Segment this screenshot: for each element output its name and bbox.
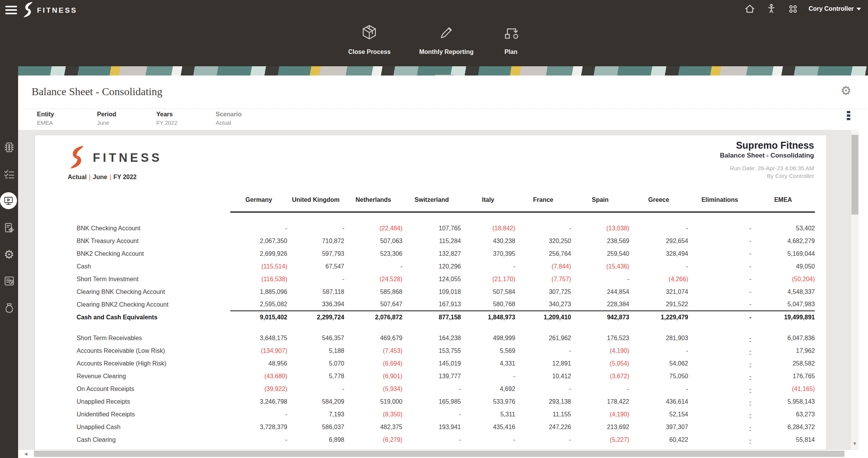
data-cell[interactable]: -	[571, 273, 629, 285]
data-cell[interactable]: 281,903	[629, 332, 688, 344]
data-cell[interactable]: 55,814	[751, 433, 815, 446]
data-cell[interactable]: -	[688, 311, 751, 324]
data-cell[interactable]: (6,901)	[344, 370, 402, 383]
data-cell[interactable]: -	[515, 433, 571, 446]
data-cell[interactable]: 145,019	[402, 357, 461, 370]
data-cell[interactable]: 4,692	[461, 383, 515, 395]
data-cell[interactable]: 67,547	[287, 260, 344, 273]
data-cell[interactable]: 60,422	[629, 433, 688, 446]
data-cell[interactable]: 580,768	[461, 298, 515, 311]
data-cell[interactable]: 293,138	[515, 395, 571, 408]
data-cell[interactable]: 153,755	[402, 344, 461, 357]
data-cell[interactable]: 340,273	[515, 298, 571, 311]
home-icon[interactable]	[744, 3, 756, 15]
data-cell[interactable]: -	[688, 408, 751, 421]
data-cell[interactable]: 49,050	[751, 260, 815, 273]
data-cell[interactable]: -	[230, 433, 287, 446]
data-cell[interactable]: 3,246,798	[230, 395, 287, 408]
sidebar-item-money-bag-icon[interactable]	[3, 302, 15, 314]
data-cell[interactable]: -	[515, 383, 571, 395]
data-cell[interactable]: 124,055	[402, 273, 461, 285]
data-cell[interactable]: 258,582	[751, 357, 815, 370]
data-cell[interactable]: 2,595,082	[230, 298, 287, 311]
data-cell[interactable]: 585,868	[344, 285, 402, 298]
apps-grid-icon[interactable]	[787, 3, 799, 15]
data-cell[interactable]: 4,682,279	[751, 235, 815, 247]
sidebar-item-dashboard-doc-icon[interactable]	[3, 275, 15, 287]
data-cell[interactable]: (41,165)	[751, 383, 815, 395]
data-cell[interactable]: 291,522	[629, 298, 688, 311]
data-cell[interactable]: (5,934)	[344, 383, 402, 395]
data-cell[interactable]: 261,962	[515, 332, 571, 344]
data-cell[interactable]: 11,155	[515, 408, 571, 421]
data-cell[interactable]: 5,169,044	[751, 247, 815, 260]
sidebar-item-tasks-console-icon[interactable]	[3, 141, 15, 153]
data-cell[interactable]: 397,307	[629, 421, 688, 433]
data-cell[interactable]: 165,985	[402, 395, 461, 408]
data-cell[interactable]: 48,956	[230, 357, 287, 370]
data-cell[interactable]: 10,412	[515, 370, 571, 383]
data-cell[interactable]: (18,842)	[461, 222, 515, 235]
data-cell[interactable]: 587,118	[287, 285, 344, 298]
data-cell[interactable]: -	[515, 344, 571, 357]
data-cell[interactable]: -	[629, 344, 688, 357]
data-cell[interactable]: -	[688, 222, 751, 235]
data-cell[interactable]: -	[688, 357, 751, 370]
data-cell[interactable]: 6,898	[287, 433, 344, 446]
data-cell[interactable]: 244,854	[571, 285, 629, 298]
data-cell[interactable]: (39,922)	[230, 383, 287, 395]
data-cell[interactable]: (7,844)	[515, 260, 571, 273]
data-cell[interactable]: 5,958,143	[751, 395, 815, 408]
data-cell[interactable]: (4,190)	[571, 408, 629, 421]
data-cell[interactable]: (22,484)	[344, 222, 402, 235]
data-cell[interactable]: 107,765	[402, 222, 461, 235]
pov-entity[interactable]: Entity EMEA	[37, 111, 97, 126]
data-cell[interactable]: (21,170)	[461, 273, 515, 285]
data-cell[interactable]: 9,015,402	[230, 311, 287, 324]
data-cell[interactable]: 942,873	[571, 311, 629, 324]
data-cell[interactable]: 507,647	[344, 298, 402, 311]
accessibility-icon[interactable]	[766, 3, 777, 15]
data-cell[interactable]: (6,279)	[344, 433, 402, 446]
data-cell[interactable]: 3,648,175	[230, 332, 287, 344]
data-cell[interactable]: -	[688, 273, 751, 285]
data-cell[interactable]: 1,848,973	[461, 311, 515, 324]
data-cell[interactable]: 4,548,337	[751, 285, 815, 298]
data-cell[interactable]: 321,074	[629, 285, 688, 298]
data-cell[interactable]: 3,728,379	[230, 421, 287, 433]
data-cell[interactable]: 320,250	[515, 235, 571, 247]
pov-period[interactable]: Period June	[97, 111, 156, 126]
data-cell[interactable]: -	[230, 408, 287, 421]
data-cell[interactable]: 2,067,350	[230, 235, 287, 247]
nav-card-plan[interactable]: Plan	[502, 24, 520, 55]
data-cell[interactable]: 238,569	[571, 235, 629, 247]
sidebar-item-report-settings-icon[interactable]	[3, 222, 15, 234]
data-cell[interactable]: -	[688, 260, 751, 273]
data-cell[interactable]: (115,514)	[230, 260, 287, 273]
user-menu[interactable]: Cory Controller	[809, 5, 861, 12]
data-cell[interactable]: (8,350)	[344, 408, 402, 421]
data-cell[interactable]: (4,190)	[571, 344, 629, 357]
data-cell[interactable]: -	[287, 273, 344, 285]
data-cell[interactable]: -	[688, 421, 751, 433]
data-cell[interactable]: (7,453)	[344, 344, 402, 357]
scroll-left-arrow-icon[interactable]: ◄	[23, 451, 28, 457]
data-cell[interactable]: 5,188	[287, 344, 344, 357]
data-cell[interactable]: (50,204)	[751, 273, 815, 285]
data-cell[interactable]: 519,000	[344, 395, 402, 408]
data-cell[interactable]: 370,395	[461, 247, 515, 260]
data-cell[interactable]: -	[461, 433, 515, 446]
nav-card-close-process[interactable]: Close Process	[348, 24, 390, 55]
data-cell[interactable]: -	[571, 383, 629, 395]
data-cell[interactable]: 6,284,372	[751, 421, 815, 433]
data-cell[interactable]: 5,070	[287, 357, 344, 370]
data-cell[interactable]: 109,018	[402, 285, 461, 298]
data-cell[interactable]: 247,226	[515, 421, 571, 433]
data-cell[interactable]: 259,540	[571, 247, 629, 260]
data-cell[interactable]: -	[688, 235, 751, 247]
vertical-scrollbar-thumb[interactable]	[851, 135, 858, 215]
data-cell[interactable]: 52,154	[629, 408, 688, 421]
data-cell[interactable]: -	[402, 383, 461, 395]
pov-options-kebab-icon[interactable]	[847, 111, 851, 121]
data-cell[interactable]: 256,764	[515, 247, 571, 260]
